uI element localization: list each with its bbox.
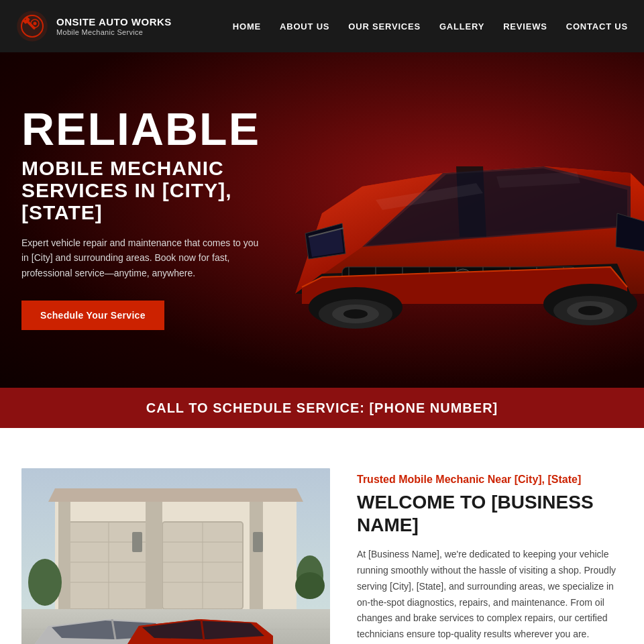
- logo-icon: [16, 10, 48, 42]
- nav-gallery[interactable]: GALLERY: [439, 21, 484, 32]
- svg-point-28: [578, 306, 602, 315]
- nav-services[interactable]: OUR SERVICES: [348, 21, 421, 32]
- logo-text: ONSITE AUTO WORKS Mobile Mechanic Servic…: [56, 16, 172, 36]
- hero-section: 🐎 RELIAB: [0, 52, 644, 388]
- about-section: Trusted Mobile Mechanic Near [City], [St…: [0, 428, 644, 644]
- svg-rect-45: [253, 532, 263, 552]
- svg-point-46: [28, 559, 62, 606]
- svg-rect-41: [146, 502, 162, 623]
- car-scene: [21, 468, 330, 644]
- main-nav: HOME ABOUT US OUR SERVICES GALLERY REVIE…: [233, 21, 628, 32]
- logo-subtitle: Mobile Mechanic Service: [56, 28, 172, 36]
- svg-point-24: [343, 309, 368, 319]
- nav-about[interactable]: ABOUT US: [280, 21, 329, 32]
- logo-area: ONSITE AUTO WORKS Mobile Mechanic Servic…: [16, 10, 172, 42]
- call-bar: CALL TO SCHEDULE SERVICE: [Phone Number]: [0, 388, 644, 428]
- hero-description: Expert vehicle repair and maintenance th…: [21, 235, 263, 280]
- hero-subheadline: MOBILE MECHANIC SERVICES IN [CITY], [STA…: [21, 157, 317, 223]
- about-trusted-label: Trusted Mobile Mechanic Near [City], [St…: [357, 474, 623, 486]
- svg-rect-42: [250, 502, 263, 623]
- svg-rect-44: [132, 532, 142, 552]
- site-header: ONSITE AUTO WORKS Mobile Mechanic Servic…: [0, 0, 644, 52]
- logo-title: ONSITE AUTO WORKS: [56, 16, 172, 28]
- hero-content: RELIABLE MOBILE MECHANIC SERVICES IN [CI…: [21, 106, 317, 330]
- about-image: [21, 468, 330, 644]
- nav-home[interactable]: HOME: [233, 21, 261, 32]
- svg-point-7: [34, 22, 37, 25]
- about-welcome-title: WELCOME TO [BUSINESS NAME]: [357, 491, 623, 536]
- hero-headline: RELIABLE: [21, 106, 317, 152]
- schedule-service-button[interactable]: Schedule Your Service: [21, 301, 164, 330]
- nav-contact[interactable]: CONTACT US: [566, 21, 628, 32]
- about-description: At [Business Name], we're dedicated to k…: [357, 547, 623, 644]
- call-bar-text: CALL TO SCHEDULE SERVICE: [Phone Number]: [146, 400, 498, 416]
- svg-rect-43: [58, 502, 70, 623]
- nav-reviews[interactable]: REVIEWS: [503, 21, 547, 32]
- about-text-area: Trusted Mobile Mechanic Near [City], [St…: [357, 468, 623, 644]
- svg-point-48: [295, 572, 325, 599]
